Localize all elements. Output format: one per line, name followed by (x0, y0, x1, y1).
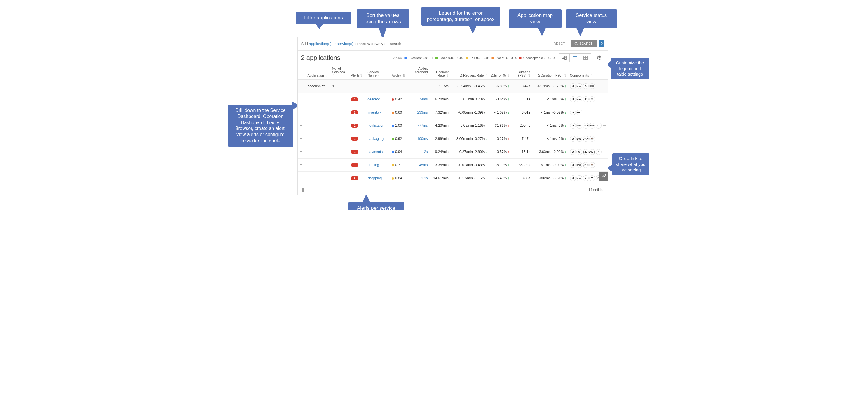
row-menu-icon[interactable]: ⋮ (300, 150, 304, 153)
col-reqrate[interactable]: Request Rate ⇅ (430, 64, 451, 80)
apdex-dot-icon (392, 138, 394, 140)
reset-button[interactable]: RESET (550, 40, 568, 47)
service-row: ⋮1payments0.942s9.24/min-0.27/min -2.80%… (298, 146, 608, 158)
sort-icon: ⇅ (360, 74, 363, 77)
alert-badge[interactable]: 1 (351, 124, 359, 128)
alert-badge[interactable]: 2 (351, 111, 359, 115)
service-link[interactable]: inventory (368, 111, 382, 115)
component-badge: U (570, 136, 576, 142)
more-icon[interactable]: ⋯ (596, 97, 600, 101)
col-derror[interactable]: Δ Error % ⇅ (490, 64, 512, 80)
svg-rect-2 (562, 57, 564, 58)
row-menu-icon[interactable]: ⋮ (300, 123, 304, 127)
service-link[interactable]: shopping (368, 176, 382, 180)
search-bar: Add application(s) or service(s) to narr… (298, 37, 608, 51)
sort-icon: ⇅ (403, 74, 405, 77)
component-badge: ava (577, 96, 582, 102)
share-link-button[interactable] (599, 172, 608, 180)
reqrate-value: 6.70/min (431, 97, 448, 101)
gear-icon (597, 56, 601, 60)
component-badge: T (583, 96, 589, 102)
threshold-link[interactable]: 777ms (410, 124, 428, 128)
more-icon[interactable]: ⋯ (596, 84, 600, 88)
dduration-pct: -0.02% (553, 150, 564, 154)
col-apdex[interactable]: Apdex ⇅ (390, 64, 408, 80)
dduration-pct: -0.03% (553, 163, 564, 167)
component-badge: U (570, 96, 576, 102)
arrow-up-icon: ↑ (486, 124, 488, 128)
column-toggle-icon[interactable] (301, 188, 305, 192)
search-button[interactable]: SEARCH (570, 40, 597, 47)
component-badge: ☕ (589, 162, 595, 168)
more-icon[interactable]: ⋯ (596, 163, 600, 167)
threshold-link[interactable]: 1.1s (410, 176, 428, 180)
more-icon[interactable]: ⋯ (602, 150, 606, 154)
alert-badge[interactable]: 1 (351, 137, 359, 141)
view-toggle (559, 54, 591, 62)
apdex-dot-icon (392, 98, 394, 101)
row-menu-icon[interactable]: ⋮ (300, 163, 304, 167)
arrow-down-icon: ↓ (565, 150, 566, 154)
arrow-up-icon: ↑ (508, 150, 509, 154)
settings-button[interactable] (594, 54, 604, 62)
alert-badge[interactable]: 2 (351, 176, 359, 180)
alert-badge[interactable]: 1 (351, 150, 359, 154)
legend-label: Unacceptable 0 - 0.49 (523, 56, 555, 60)
col-alerts[interactable]: Alerts⇅ (349, 64, 366, 80)
alert-badge[interactable]: 1 (351, 97, 359, 101)
arrow-down-icon: ↓ (565, 111, 566, 115)
more-icon[interactable]: ⋯ (602, 124, 606, 128)
service-link[interactable]: packaging (368, 137, 383, 141)
dreqrate-value: -8.06m/min (455, 137, 473, 141)
col-services[interactable]: No. of Services ⇅ (330, 64, 349, 80)
arrow-down-icon: ↓ (486, 150, 488, 154)
col-application[interactable]: Application ↓ (306, 64, 331, 80)
threshold-link[interactable]: 74ms (410, 97, 428, 101)
dreqrate-value: 0.05/min (461, 97, 474, 101)
map-view-button[interactable] (559, 54, 570, 62)
component-badge: .NET (589, 149, 595, 155)
col-dduration[interactable]: Δ Duration (P95) ⇅ (532, 64, 568, 80)
applications-table: Application ↓ No. of Services ⇅ Alerts⇅ … (298, 64, 608, 185)
col-threshold[interactable]: Apdex Threshold ⇅ (408, 64, 430, 80)
page-title: 2 applications (301, 54, 341, 62)
alert-badge[interactable]: 1 (351, 163, 359, 167)
component-badge: ☕ (589, 136, 595, 142)
service-link[interactable]: payments (368, 150, 383, 154)
component-badge: ▲ (583, 175, 589, 181)
row-menu-icon[interactable]: ⋮ (300, 84, 304, 88)
sort-icon: ↓ (326, 74, 327, 77)
sort-icon: ↑ (378, 74, 379, 77)
help-button[interactable]: ? (599, 40, 604, 47)
threshold-link[interactable]: 45ms (410, 163, 428, 167)
apdex-dot-icon (392, 125, 394, 127)
arrow-up-icon: ↑ (508, 124, 509, 128)
link-icon (601, 174, 606, 178)
component-badge: □ (596, 123, 601, 128)
row-menu-icon[interactable]: ⋮ (300, 97, 304, 101)
more-icon[interactable]: ⋯ (596, 137, 600, 141)
threshold-link[interactable]: 2s (410, 150, 428, 154)
row-menu-icon[interactable]: ⋮ (300, 137, 304, 140)
service-link[interactable]: notification (368, 124, 384, 128)
threshold-link[interactable]: 233ms (410, 111, 428, 115)
list-icon (572, 56, 577, 60)
row-menu-icon[interactable]: ⋮ (300, 176, 304, 180)
col-service[interactable]: Service Name ↑ (366, 64, 390, 80)
search-hint-link[interactable]: application(s) or service(s) (309, 41, 353, 46)
threshold-link[interactable]: 100ms (410, 137, 428, 141)
arrow-down-icon: ↓ (565, 124, 566, 128)
col-components[interactable]: Components ⇅ (568, 64, 608, 80)
dreqrate-pct: 0.73% (475, 97, 485, 101)
sort-icon: ⇅ (528, 74, 530, 77)
col-dreqrate[interactable]: Δ Request Rate ⇅ (451, 64, 490, 80)
row-menu-icon[interactable]: ⋮ (300, 110, 304, 114)
col-duration[interactable]: Duration (P95) ⇅ (512, 64, 532, 80)
duration-value: 15.1s (513, 150, 530, 154)
list-view-button[interactable] (570, 54, 580, 62)
arrow-down-icon: ↓ (508, 97, 509, 101)
service-link[interactable]: delivery (368, 97, 379, 101)
service-link[interactable]: printing (368, 163, 379, 167)
reqrate-value: 7.32/min (431, 111, 448, 115)
grid-view-button[interactable] (580, 54, 591, 62)
